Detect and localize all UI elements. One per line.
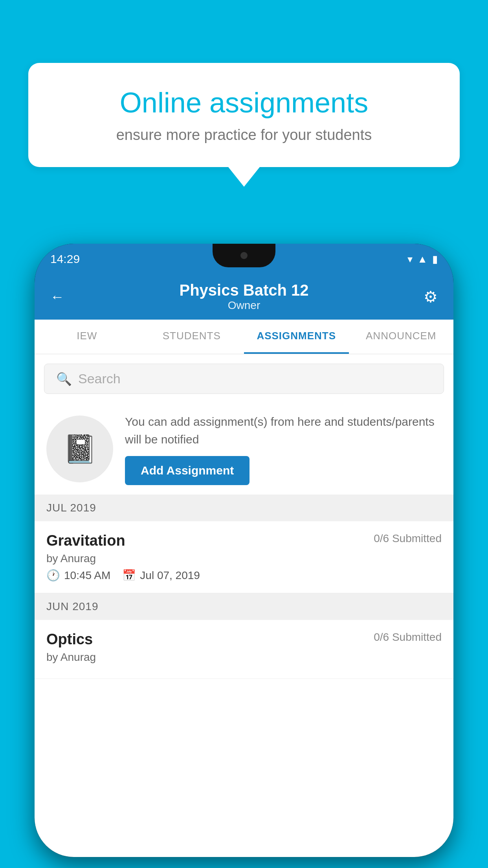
promo-section: Online assignments ensure more practice … — [28, 63, 460, 187]
speech-bubble-arrow — [228, 167, 260, 187]
assignment-top-row: Gravitation 0/6 Submitted — [46, 532, 442, 549]
section-header-jul: JUL 2019 — [35, 495, 453, 521]
assignment-status-optics: 0/6 Submitted — [374, 631, 442, 644]
header-title-wrap: Physics Batch 12 Owner — [64, 281, 424, 312]
app-header: ← Physics Batch 12 Owner ⚙ — [35, 274, 453, 320]
info-card: 📓 You can add assignment(s) from here an… — [35, 403, 453, 495]
assignment-date-gravitation: 📅 Jul 07, 2019 — [122, 569, 200, 582]
add-assignment-button[interactable]: Add Assignment — [125, 456, 250, 485]
assignment-status-gravitation: 0/6 Submitted — [374, 532, 442, 545]
search-bar[interactable]: 🔍 Search — [44, 364, 444, 394]
assignment-meta-gravitation: 🕐 10:45 AM 📅 Jul 07, 2019 — [46, 569, 442, 582]
info-description: You can add assignment(s) from here and … — [125, 413, 442, 448]
assignment-title-gravitation: Gravitation — [46, 532, 125, 549]
wifi-icon: ▾ — [407, 253, 413, 265]
status-icons: ▾ ▲ ▮ — [407, 253, 438, 265]
assignment-item-gravitation[interactable]: Gravitation 0/6 Submitted by Anurag 🕐 10… — [35, 521, 453, 593]
content-area: 🔍 Search 📓 You can add assignment(s) fro… — [35, 354, 453, 857]
tab-assignments[interactable]: ASSIGNMENTS — [244, 320, 349, 354]
notebook-icon: 📓 — [63, 433, 97, 465]
tabs-bar: IEW STUDENTS ASSIGNMENTS ANNOUNCEM — [35, 320, 453, 354]
bubble-subtitle: ensure more practice for your students — [60, 127, 428, 143]
info-text-wrap: You can add assignment(s) from here and … — [125, 413, 442, 485]
assignment-title-optics: Optics — [46, 631, 93, 648]
section-header-jun: JUN 2019 — [35, 593, 453, 620]
status-bar: 14:29 ▾ ▲ ▮ — [35, 244, 453, 274]
back-button[interactable]: ← — [50, 289, 64, 305]
assignment-author-gravitation: by Anurag — [46, 552, 442, 565]
assignment-item-optics[interactable]: Optics 0/6 Submitted by Anurag — [35, 620, 453, 679]
camera — [240, 252, 248, 259]
calendar-icon: 📅 — [122, 569, 136, 582]
header-subtitle: Owner — [64, 299, 424, 312]
assignment-author-optics: by Anurag — [46, 651, 442, 664]
tab-announcements[interactable]: ANNOUNCEM — [349, 320, 454, 354]
status-time: 14:29 — [50, 252, 80, 266]
tab-iew[interactable]: IEW — [35, 320, 139, 354]
notebook-icon-wrap: 📓 — [46, 416, 113, 482]
phone-frame: 14:29 ▾ ▲ ▮ ← Physics Batch 12 Owner ⚙ I… — [35, 244, 453, 857]
signal-icon: ▲ — [417, 253, 427, 265]
header-title: Physics Batch 12 — [64, 281, 424, 299]
battery-icon: ▮ — [432, 253, 438, 265]
clock-icon: 🕐 — [46, 569, 60, 582]
settings-icon[interactable]: ⚙ — [424, 288, 438, 306]
tab-students[interactable]: STUDENTS — [139, 320, 244, 354]
assignment-time-gravitation: 🕐 10:45 AM — [46, 569, 110, 582]
search-icon: 🔍 — [56, 371, 72, 386]
assignment-top-row-optics: Optics 0/6 Submitted — [46, 631, 442, 648]
speech-bubble: Online assignments ensure more practice … — [28, 63, 460, 167]
search-placeholder: Search — [78, 371, 121, 386]
notch — [213, 244, 275, 267]
bubble-title: Online assignments — [60, 86, 428, 119]
